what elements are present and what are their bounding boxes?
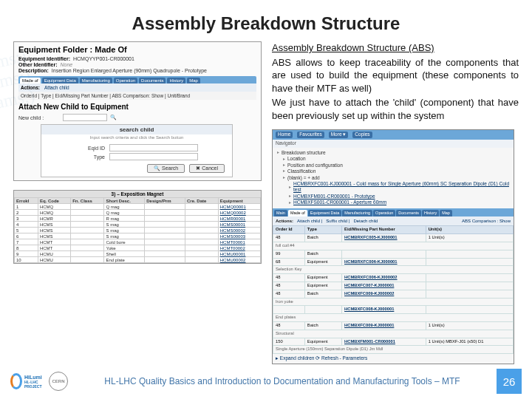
tab-manufacturing[interactable]: Manufacturing xyxy=(80,78,112,83)
abs-subhead: Assembly Breakdown Structure (ABS) xyxy=(272,41,519,55)
content-area: Equipment Folder : Made Of Equipment Ide… xyxy=(0,34,532,364)
rs-tab-main[interactable]: Main xyxy=(274,210,287,216)
rs-tab-eqdata[interactable]: Equipment Data xyxy=(308,210,341,216)
eq-other-label: Other Identifier: xyxy=(18,62,58,67)
attach-child-link[interactable]: Attach child xyxy=(44,85,69,90)
tab-eq-data[interactable]: Equipment Data xyxy=(42,78,78,83)
eq-folder-heading: Equipment Folder : Made Of xyxy=(18,45,256,54)
rs-top-more[interactable]: More ▾ xyxy=(329,132,349,138)
tab-map[interactable]: Map xyxy=(187,78,200,83)
abs-p1: ABS allows to keep traceability of the c… xyxy=(272,56,519,95)
attach-child-title: Attach New Child to Equipment xyxy=(18,103,256,111)
rs-action-row: Actions: Attach child | Suffix child | D… xyxy=(273,216,514,225)
eq-other-value: None xyxy=(61,62,73,67)
eq-id-label: Equipment Identifier: xyxy=(18,56,70,61)
exposition-magnet-table-shot: 3) – Exposition Magnet ErroklEq. CodeFn.… xyxy=(13,190,262,264)
eq-desc-value: Insertion Region Enlarged Aperture (90mm… xyxy=(52,68,207,73)
footer-text: HL-LHC Quality Basics and Introduction t… xyxy=(68,376,497,386)
eq-action-row: Actions: Attach child xyxy=(18,83,256,92)
search-child-panel: search child Input search criteria and c… xyxy=(41,124,233,177)
rs-detach-child[interactable]: Detach child xyxy=(353,218,378,224)
slide-footer: HiLumi HL-LHC PROJECT CERN HL-LHC Qualit… xyxy=(0,364,532,399)
hilumi-ring-icon xyxy=(10,373,22,389)
search-type-label: Type xyxy=(75,154,105,160)
tab-made-of[interactable]: Made of xyxy=(20,78,41,83)
rs-tab-map[interactable]: Map xyxy=(440,210,452,216)
children-table: Order IdTypeEid/Missing Part NumberUnit(… xyxy=(273,225,514,354)
cancel-button[interactable]: ✖ Cancel xyxy=(189,164,225,173)
rs-tab-op[interactable]: Operation xyxy=(373,210,395,216)
equipment-folder-shot: Equipment Folder : Made Of Equipment Ide… xyxy=(13,41,262,181)
navigator-shot: Home Favourites More ▾ Copies Navigator … xyxy=(272,129,514,364)
search-type-input[interactable] xyxy=(109,153,198,160)
rs-tabbar: Main Made of Equipment Data Manufacturin… xyxy=(273,208,514,216)
search-note: Input search criteria and click the Sear… xyxy=(41,134,232,143)
slide-title: Assembly Breakdown Structure xyxy=(0,13,532,34)
wide-table: ErroklEq. CodeFn. ClassShort Desc.Design… xyxy=(14,197,261,263)
tab-documents[interactable]: Documents xyxy=(139,78,166,83)
tab-operation[interactable]: Operation xyxy=(114,78,137,83)
rs-abs-compare[interactable]: ABS Comparison : Show xyxy=(462,218,511,224)
rs-tab-madeof[interactable]: Made of xyxy=(288,210,307,216)
hilumi-sub: HL-LHC PROJECT xyxy=(24,380,44,389)
rs-expand-row[interactable]: ▸ Expand children ⟳ Refresh - Parameters xyxy=(273,354,514,364)
page-number: 26 xyxy=(497,369,522,394)
search-eqid-label: Eqid ID xyxy=(75,146,105,151)
search-title: search child xyxy=(41,125,232,134)
cern-logo: CERN xyxy=(49,372,68,391)
wide-table-title: 3) – Exposition Magnet xyxy=(14,191,261,197)
hilumi-text: HiLumi xyxy=(24,375,44,380)
eq-col-headers: OrderId | Type | Eid/Missing Part Number… xyxy=(18,92,256,100)
rs-actions-hdr: Actions: xyxy=(276,218,293,224)
actions-label: Actions: xyxy=(21,85,40,90)
rs-tab-docs[interactable]: Documents xyxy=(396,210,421,216)
rs-top-home[interactable]: Home xyxy=(276,132,293,138)
left-column: Equipment Folder : Made Of Equipment Ide… xyxy=(13,41,262,364)
eq-tabbar: Made of Equipment Data Manufacturing Ope… xyxy=(18,76,256,83)
rs-attach-child[interactable]: Attach child | xyxy=(297,218,322,224)
tab-history[interactable]: History xyxy=(167,78,185,83)
abs-p2: We just have to attach the 'child' (comp… xyxy=(272,96,519,122)
search-button[interactable]: 🔍 Search xyxy=(147,164,185,173)
right-column: Assembly Breakdown Structure (ABS) ABS a… xyxy=(272,41,519,364)
attach-child-controls: New child : 🔍 xyxy=(18,114,256,121)
eq-desc-label: Description: xyxy=(18,68,49,73)
rs-tab-hist[interactable]: History xyxy=(422,210,439,216)
hilumi-logo: HiLumi HL-LHC PROJECT xyxy=(10,369,44,393)
rs-tab-manuf[interactable]: Manufacturing xyxy=(342,210,372,216)
footer-logos: HiLumi HL-LHC PROJECT CERN xyxy=(10,369,68,393)
rs-suffix-child[interactable]: Suffix child | xyxy=(326,218,349,224)
navigator-tree: Breakdown structureLocationPosition and … xyxy=(273,148,514,208)
rs-top-fav[interactable]: Favourites xyxy=(297,132,324,138)
rs-top-copies[interactable]: Copies xyxy=(352,132,372,138)
rs-topbar: Home Favourites More ▾ Copies xyxy=(273,130,514,140)
newchild-label: New child : xyxy=(18,115,60,120)
navigator-label: Navigator xyxy=(273,140,514,148)
eq-id-value: HCMQYYP001-CR000001 xyxy=(73,56,134,61)
newchild-input[interactable] xyxy=(63,114,107,121)
search-eqid-input[interactable] xyxy=(109,144,198,151)
